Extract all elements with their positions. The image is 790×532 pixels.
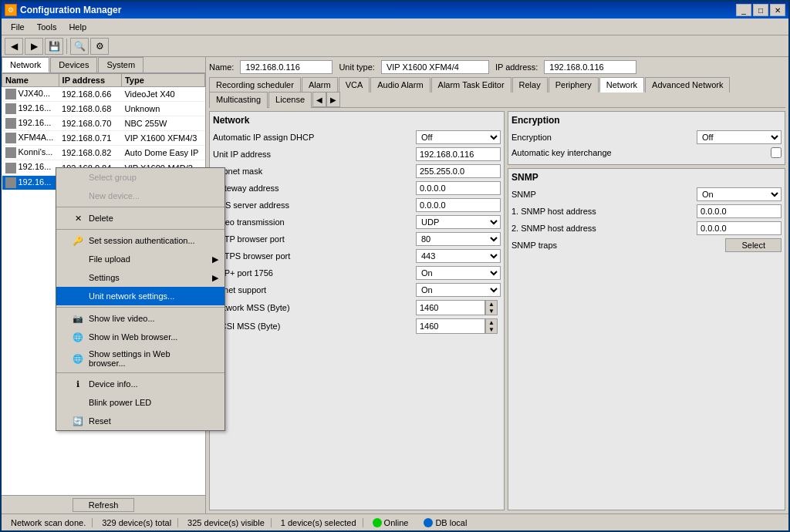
field-dhcp: Automatic IP assign DHCP OffOn (213, 130, 501, 144)
tab-network-config[interactable]: Network (599, 77, 644, 93)
tab-relay[interactable]: Relay (512, 77, 548, 93)
https-port-label: HTTPS browser port (213, 251, 416, 261)
encryption-select[interactable]: OffOn (697, 130, 782, 144)
video-tx-select[interactable]: UDPTCP (416, 215, 501, 229)
col-type: Type (121, 74, 204, 87)
menu-tools[interactable]: Tools (31, 21, 63, 33)
toolbar-search[interactable]: 🔍 (70, 38, 89, 55)
snmp-panel: SNMP SNMP OnOff 1. SNMP host address (508, 168, 785, 510)
field-snmp-traps: SNMP traps Select (511, 238, 782, 252)
http-port-label: HTTP browser port (213, 234, 416, 244)
unit-type-value: VIP X1600 XFM4/4 (381, 60, 489, 74)
tab-nav-next[interactable]: ▶ (326, 92, 340, 107)
ctx-device-info[interactable]: ℹ Device info... (56, 375, 225, 393)
tab-system[interactable]: System (98, 57, 143, 72)
subnet-input[interactable] (416, 164, 501, 178)
tab-alarm-task[interactable]: Alarm Task Editor (431, 77, 511, 93)
toolbar-settings[interactable]: ⚙ (90, 38, 109, 55)
ctx-web-browser[interactable]: 🌐 Show in Web browser... (56, 328, 225, 346)
toolbar-save[interactable]: 💾 (45, 38, 63, 55)
ctx-unit-network-label: Unit network settings... (89, 291, 174, 301)
tcp-port-select[interactable]: OnOff (416, 266, 501, 280)
ctx-settings[interactable]: Settings ▶ (56, 268, 225, 287)
snmp-title: SNMP (511, 172, 782, 183)
close-button[interactable]: ✕ (770, 4, 785, 16)
ctx-reset-label: Reset (89, 416, 111, 426)
ctx-file-upload-label: File upload (89, 254, 130, 264)
menu-help[interactable]: Help (62, 21, 93, 33)
main-window: ⚙ Configuration Manager _ □ ✕ File Tools… (0, 0, 790, 532)
snmp-host1-label: 1. SNMP host address (511, 207, 697, 216)
menu-file[interactable]: File (5, 21, 31, 33)
ctx-delete[interactable]: ✕ Delete (56, 209, 225, 227)
table-row[interactable]: 192.16... 192.168.0.68 Unknown (2, 102, 205, 116)
field-video-tx: Video transmission UDPTCP (213, 215, 501, 229)
ctx-file-upload[interactable]: File upload ▶ (56, 250, 225, 268)
status-bar: Network scan done. 329 device(s) total 3… (2, 513, 788, 530)
dhcp-select[interactable]: OffOn (416, 130, 501, 144)
iscsi-mss-up[interactable]: ▲ (486, 319, 497, 326)
https-port-select[interactable]: 443 (416, 249, 501, 263)
minimize-button[interactable]: _ (736, 4, 751, 16)
unit-ip-input[interactable] (416, 147, 501, 161)
snmp-host2-input[interactable] (697, 221, 782, 235)
maximize-button[interactable]: □ (753, 4, 768, 16)
ctx-reset[interactable]: 🔄 Reset (56, 412, 225, 430)
ctx-live-video[interactable]: 📷 Show live video... (56, 309, 225, 328)
tab-nav-prev[interactable]: ◀ (312, 92, 326, 107)
unit-network-icon (72, 290, 84, 302)
toolbar-separator (66, 39, 67, 54)
http-port-select[interactable]: 80 (416, 232, 501, 246)
snmp-host1-input[interactable] (697, 204, 782, 218)
toolbar-forward[interactable]: ▶ (25, 38, 43, 55)
table-row[interactable]: XFM4A... 192.168.0.71 VIP X1600 XFM4/3 (2, 131, 205, 146)
ctx-unit-network[interactable]: Unit network settings... (56, 287, 225, 305)
dhcp-label: Automatic IP assign DHCP (213, 133, 416, 142)
key-interchange-checkbox[interactable] (771, 147, 782, 158)
table-row[interactable]: 192.16... 192.168.0.70 NBC 255W (2, 116, 205, 131)
tab-alarm[interactable]: Alarm (302, 77, 338, 93)
telnet-select[interactable]: OnOff (416, 283, 501, 297)
tab-recording[interactable]: Recording scheduler (209, 77, 301, 93)
tab-license[interactable]: License (268, 92, 312, 108)
snmp-select[interactable]: OnOff (697, 187, 782, 201)
ctx-sep-1 (56, 207, 225, 207)
tab-multicasting[interactable]: Multicasting (209, 92, 268, 108)
live-video-icon: 📷 (72, 312, 84, 325)
table-row[interactable]: Konni's... 192.168.0.82 Auto Dome Easy I… (2, 146, 205, 160)
menu-bar: File Tools Help (2, 19, 788, 35)
cell-name: 192.16... (2, 102, 59, 116)
cell-type: VideoJet X40 (121, 87, 204, 102)
subnet-label: Subnet mask (213, 167, 416, 176)
iscsi-mss-input[interactable] (416, 318, 485, 334)
tab-vca[interactable]: VCA (339, 77, 370, 93)
network-mss-down[interactable]: ▼ (486, 308, 497, 315)
db-dot (424, 518, 433, 527)
tab-periphery[interactable]: Periphery (549, 77, 599, 93)
tab-devices[interactable]: Devices (50, 57, 97, 72)
cell-name: VJX40... (2, 87, 59, 102)
network-mss-input[interactable] (416, 300, 485, 315)
tab-audio-alarm[interactable]: Audio Alarm (370, 77, 430, 93)
dns-input[interactable] (416, 198, 501, 212)
tab-advanced-network[interactable]: Advanced Network (645, 77, 730, 93)
cell-type: NBC 255W (121, 116, 204, 131)
toolbar-back[interactable]: ◀ (5, 38, 23, 55)
encryption-panel: Encryption Encryption OffOn Automatic ke… (508, 111, 785, 165)
table-row[interactable]: VJX40... 192.168.0.66 VideoJet X40 (2, 87, 205, 102)
field-subnet: Subnet mask (213, 164, 501, 178)
ctx-blink-led[interactable]: Blink power LED (56, 393, 225, 412)
refresh-button[interactable]: Refresh (73, 498, 135, 512)
field-iscsi-mss: iSCSI MSS (Byte) ▲ ▼ (213, 318, 501, 334)
ctx-set-auth[interactable]: 🔑 Set session authentication... (56, 231, 225, 250)
ctx-sep-4 (56, 372, 225, 373)
ip-label: IP address: (495, 62, 538, 72)
gateway-input[interactable] (416, 181, 501, 195)
field-unit-ip: Unit IP address (213, 147, 501, 161)
network-mss-up[interactable]: ▲ (486, 301, 497, 308)
delete-icon: ✕ (72, 212, 84, 224)
ctx-web-settings[interactable]: 🌐 Show settings in Web browser... (56, 346, 225, 371)
iscsi-mss-down[interactable]: ▼ (486, 326, 497, 333)
tab-network[interactable]: Network (2, 57, 49, 72)
snmp-select-button[interactable]: Select (725, 238, 782, 252)
